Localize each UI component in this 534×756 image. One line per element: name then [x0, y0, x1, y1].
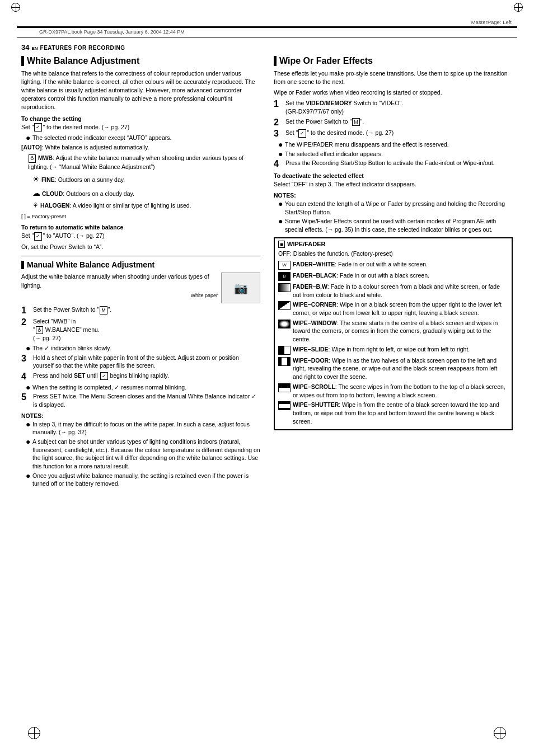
wf-step3: 3 Set "✓" to the desired mode. (→ pg. 27…	[274, 129, 513, 139]
wf-step2-text: Set the Power Switch to "M".	[285, 118, 513, 126]
wipe-shutter-icon	[278, 401, 291, 410]
wf-wipe-slide: WIPE–SLIDE: Wipe in from right to left, …	[278, 345, 508, 355]
mwb-step4-bullet: ● When the setting is completed, ✓ resum…	[21, 383, 260, 392]
mwb-step4-icon: ✓	[100, 372, 108, 381]
wf-fader-black: B FADER–BLACK: Fade in or out with a bla…	[278, 271, 508, 281]
wf-off: OFF: Disables the function. (Factory-pre…	[278, 250, 508, 258]
wb-auto-text: : White balance is adjusted automaticall…	[42, 144, 149, 151]
wb-mwb: ♁ MWB: Adjust the white balance manually…	[21, 154, 260, 171]
wb-cloud-text: : Outdoors on a cloudy day.	[63, 190, 134, 197]
mwb-step2-icon: ♁	[36, 326, 43, 335]
wipe-scroll-icon	[278, 383, 291, 392]
wb-cloud-label: CLOUD	[42, 190, 63, 197]
wf-step3-bullet2-text: The selected effect indicator appears.	[285, 150, 383, 158]
wb-to-change-text1: Set "✓" to the desired mode. (→ pg. 27)	[21, 123, 260, 132]
wf-wipe-door: WIPE–DOOR: Wipe in as the two halves of …	[278, 356, 508, 381]
mwb-step2: 2 Select "MWB" in "♁ W.BALANCE" menu. (→…	[21, 317, 260, 342]
wf-step3-bullet2: ● The selected effect indicator appears.	[274, 150, 513, 158]
wf-fader-bw: FADER–B.W: Fade in to a colour screen fr…	[278, 283, 508, 299]
mwb-note1: ● In step 3, it may be difficult to focu…	[21, 420, 260, 436]
wipe-scroll-text: WIPE–SCROLL: The scene wipes in from the…	[293, 383, 508, 399]
mwb-step2-bullet-text: The ✓ indication blinks slowly.	[32, 344, 111, 353]
mwb-note2: ● A subject can be shot under various ty…	[21, 438, 260, 471]
wf-box-icon: ■	[278, 241, 285, 248]
mwb-notes-heading: NOTES:	[21, 412, 260, 419]
right-column: Wipe Or Fader Effects These effects let …	[274, 56, 513, 489]
wb-heading-bar	[21, 56, 24, 66]
fader-bw-icon	[278, 283, 291, 292]
wb-heading-text: White Balance Adjustment	[27, 56, 139, 66]
wipe-slide-icon	[278, 346, 291, 355]
wf-step2-number: 2	[274, 118, 284, 128]
wf-step3-number: 3	[274, 129, 284, 139]
wb-cloud: ☁ CLOUD: Outdoors on a cloudy day.	[21, 187, 260, 199]
mwb-step1: 1 Set the Power Switch to "M".	[21, 306, 260, 316]
file-bar: GR-DX97PAL.book Page 34 Tuesday, January…	[17, 27, 517, 37]
wf-step1-text: Set the VIDEO/MEMORY Switch to "VIDEO". …	[285, 99, 513, 115]
mwb-step2-text: Select "MWB" in "♁ W.BALANCE" menu. (→ p…	[33, 317, 260, 342]
wb-fine-text: : Outdoors on a sunny day.	[55, 176, 125, 183]
wf-step4: 4 Press the Recording Start/Stop Button …	[274, 159, 513, 169]
divider1	[21, 256, 260, 256]
fader-bw-text: FADER–B.W: Fade in to a colour screen fr…	[293, 283, 508, 299]
wf-notes-heading: NOTES:	[274, 192, 513, 199]
wf-step4-number: 4	[274, 159, 284, 169]
fader-white-icon: W	[278, 261, 291, 270]
wf-step4-text: Press the Recording Start/Stop Button to…	[285, 159, 513, 167]
two-column-layout: White Balance Adjustment The white balan…	[21, 56, 513, 489]
wb-mwb-label: MWB	[38, 154, 53, 161]
fader-black-text: FADER–BLACK: Fade in or out with a black…	[293, 271, 429, 280]
wb-return-icon: ✓	[34, 232, 42, 241]
wf-intro: These effects let you make pro-style sce…	[274, 69, 513, 86]
mwb-step3-number: 3	[21, 354, 31, 364]
wf-step1-number: 1	[274, 99, 284, 109]
mwb-heading-bar	[21, 261, 24, 269]
wf-step1-sub: (GR-DX97/77/67 only)	[285, 108, 344, 115]
fader-black-icon: B	[278, 272, 291, 281]
wb-halogen-label: HALOGEN	[40, 202, 70, 209]
wf-wipe-scroll: WIPE–SCROLL: The scene wipes in from the…	[278, 383, 508, 399]
wf-text: Wipe or Fader works when video recording…	[274, 88, 513, 97]
bottom-right-crosshair	[494, 727, 506, 739]
wf-step3-bullet1-text: The WIPE/FADER menu disappears and the e…	[285, 140, 449, 149]
mwb-step5-text: Press SET twice. The Menu Screen closes …	[33, 392, 260, 408]
wipe-window-text: WIPE–WINDOW: The scene starts in the cen…	[293, 319, 508, 344]
wb-halogen-text: : A video light or similar type of light…	[69, 202, 191, 209]
wf-heading-bar	[274, 56, 277, 66]
wf-fader-white: W FADER–WHITE: Fade in or out with a whi…	[278, 260, 508, 270]
wb-mwb-icon: ♁	[29, 154, 36, 163]
wf-step1: 1 Set the VIDEO/MEMORY Switch to "VIDEO"…	[274, 99, 513, 115]
mwb-step5-number: 5	[21, 392, 31, 402]
wf-step3-icon: ✓	[298, 129, 306, 138]
wipe-corner-icon	[278, 301, 291, 310]
page-en-label: EN	[31, 46, 38, 51]
wipe-door-text: WIPE–DOOR: Wipe in as the two halves of …	[293, 356, 508, 381]
mwb-step4-bullet-text: When the setting is completed, ✓ resumes…	[32, 383, 186, 392]
wf-step2-icon: M	[352, 118, 360, 126]
top-left-crosshair	[11, 3, 20, 12]
left-column: White Balance Adjustment The white balan…	[21, 56, 260, 489]
wipe-shutter-text: WIPE–SHUTTER: Wipe in from the centre of…	[293, 401, 508, 425]
section-title: FEATURES FOR RECORDING	[40, 45, 125, 51]
wipe-window-icon	[278, 320, 291, 328]
mwb-note2-text: A subject can be shot under various type…	[32, 438, 260, 471]
wf-step3-bullet1: ● The WIPE/FADER menu disappears and the…	[274, 140, 513, 149]
wf-box-title: WIPE/FADER	[287, 241, 325, 247]
wipe-door-icon	[278, 357, 291, 366]
bottom-marks	[0, 727, 534, 739]
wb-to-change-heading: To change the setting	[21, 115, 260, 122]
wb-bullet1: ● The selected mode indicator except “AU…	[21, 134, 260, 142]
mwb-note3-text: Once you adjust white balance manually, …	[32, 472, 260, 488]
wb-auto-label: [AUTO]	[21, 144, 42, 151]
mwb-step2-bullet: ● The ✓ indication blinks slowly.	[21, 344, 260, 353]
main-content: 34 EN FEATURES FOR RECORDING White Balan…	[0, 37, 534, 500]
camera-icon: 📷	[234, 281, 248, 295]
wf-note1: ● You can extend the length of a Wipe or…	[274, 200, 513, 216]
wb-halogen: ⚘ HALOGEN: A video light or similar type…	[21, 201, 260, 210]
mwb-step1-text: Set the Power Switch to "M".	[33, 306, 260, 314]
mwb-step5: 5 Press SET twice. The Menu Screen close…	[21, 392, 260, 408]
mwb-step2-number: 2	[21, 317, 31, 327]
wb-intro: The white balance that refers to the cor…	[21, 69, 260, 112]
wipe-corner-text: WIPE–CORNER: Wipe in on a black screen f…	[293, 300, 508, 317]
white-paper-image: 📷	[221, 273, 260, 303]
